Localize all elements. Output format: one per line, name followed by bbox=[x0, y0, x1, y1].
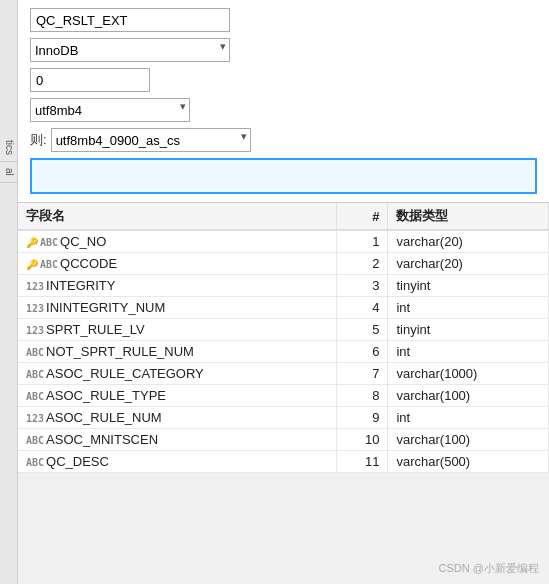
field-num: 8 bbox=[336, 385, 388, 407]
num-icon: 123 bbox=[26, 413, 44, 424]
field-name: ININTEGRITY_NUM bbox=[46, 300, 165, 315]
table-row[interactable]: 123SPRT_RULE_LV5tinyint bbox=[18, 319, 549, 341]
side-label-tics: tics bbox=[0, 134, 17, 162]
fields-table: 字段名 # 数据类型 🔑ABCQC_NO1varchar(20)🔑ABCQCCO… bbox=[18, 203, 549, 473]
field-type: tinyint bbox=[388, 319, 549, 341]
abc-icon: ABC bbox=[26, 457, 44, 468]
top-panel: InnoDB utf8mb4 则: utf8mb4_0900_as_cs bbox=[18, 0, 549, 203]
field-name: QC_NO bbox=[60, 234, 106, 249]
field-name: ASOC_RULE_TYPE bbox=[46, 388, 166, 403]
table-row[interactable]: ABCASOC_RULE_TYPE8varchar(100) bbox=[18, 385, 549, 407]
collation-label: 则: bbox=[30, 131, 47, 149]
field-type: varchar(1000) bbox=[388, 363, 549, 385]
field-type: varchar(100) bbox=[388, 429, 549, 451]
field-num: 10 bbox=[336, 429, 388, 451]
field-num: 4 bbox=[336, 297, 388, 319]
num-icon: 123 bbox=[26, 325, 44, 336]
field-name: QC_DESC bbox=[46, 454, 109, 469]
field-num: 9 bbox=[336, 407, 388, 429]
table-row[interactable]: ABCNOT_SPRT_RULE_NUM6int bbox=[18, 341, 549, 363]
table-row[interactable]: ABCQC_DESC11varchar(500) bbox=[18, 451, 549, 473]
field-type: varchar(20) bbox=[388, 230, 549, 253]
field-num: 3 bbox=[336, 275, 388, 297]
field-type: varchar(500) bbox=[388, 451, 549, 473]
key-icon: 🔑 bbox=[26, 237, 38, 248]
field-type: tinyint bbox=[388, 275, 549, 297]
field-name: ASOC_RULE_NUM bbox=[46, 410, 162, 425]
watermark: CSDN @小新爱编程 bbox=[439, 561, 539, 576]
field-num: 2 bbox=[336, 253, 388, 275]
abc-icon: ABC bbox=[40, 237, 58, 248]
field-num: 6 bbox=[336, 341, 388, 363]
comment-textarea[interactable] bbox=[30, 158, 537, 194]
field-name: SPRT_RULE_LV bbox=[46, 322, 145, 337]
field-name: NOT_SPRT_RULE_NUM bbox=[46, 344, 194, 359]
side-labels: tics al bbox=[0, 0, 18, 584]
col-header-num: # bbox=[336, 203, 388, 230]
field-type: varchar(20) bbox=[388, 253, 549, 275]
field-num: 7 bbox=[336, 363, 388, 385]
collation-select[interactable]: utf8mb4_0900_as_cs bbox=[51, 128, 251, 152]
field-num: 5 bbox=[336, 319, 388, 341]
abc-icon: ABC bbox=[26, 347, 44, 358]
abc-icon: ABC bbox=[26, 435, 44, 446]
col-header-type: 数据类型 bbox=[388, 203, 549, 230]
table-name-input[interactable] bbox=[30, 8, 230, 32]
abc-icon: ABC bbox=[26, 391, 44, 402]
field-name: ASOC_MNITSCEN bbox=[46, 432, 158, 447]
num-icon: 123 bbox=[26, 303, 44, 314]
table-row[interactable]: 🔑ABCQCCODE2varchar(20) bbox=[18, 253, 549, 275]
abc-icon: ABC bbox=[26, 369, 44, 380]
charset-select[interactable]: utf8mb4 bbox=[30, 98, 190, 122]
field-type: int bbox=[388, 297, 549, 319]
table-row[interactable]: 123ININTEGRITY_NUM4int bbox=[18, 297, 549, 319]
field-type: int bbox=[388, 341, 549, 363]
table-row[interactable]: 123INTEGRITY3tinyint bbox=[18, 275, 549, 297]
field-type: int bbox=[388, 407, 549, 429]
engine-select[interactable]: InnoDB bbox=[30, 38, 230, 62]
field-num: 11 bbox=[336, 451, 388, 473]
field-type: varchar(100) bbox=[388, 385, 549, 407]
auto-increment-input[interactable] bbox=[30, 68, 150, 92]
fields-table-section: 字段名 # 数据类型 🔑ABCQC_NO1varchar(20)🔑ABCQCCO… bbox=[18, 203, 549, 473]
table-row[interactable]: 🔑ABCQC_NO1varchar(20) bbox=[18, 230, 549, 253]
col-header-field: 字段名 bbox=[18, 203, 336, 230]
table-row[interactable]: 123ASOC_RULE_NUM9int bbox=[18, 407, 549, 429]
key-icon: 🔑 bbox=[26, 259, 38, 270]
field-name: ASOC_RULE_CATEGORY bbox=[46, 366, 204, 381]
table-row[interactable]: ABCASOC_RULE_CATEGORY7varchar(1000) bbox=[18, 363, 549, 385]
field-num: 1 bbox=[336, 230, 388, 253]
field-name: INTEGRITY bbox=[46, 278, 115, 293]
side-label-al: al bbox=[0, 162, 17, 183]
num-icon: 123 bbox=[26, 281, 44, 292]
abc-icon: ABC bbox=[40, 259, 58, 270]
table-row[interactable]: ABCASOC_MNITSCEN10varchar(100) bbox=[18, 429, 549, 451]
field-name: QCCODE bbox=[60, 256, 117, 271]
